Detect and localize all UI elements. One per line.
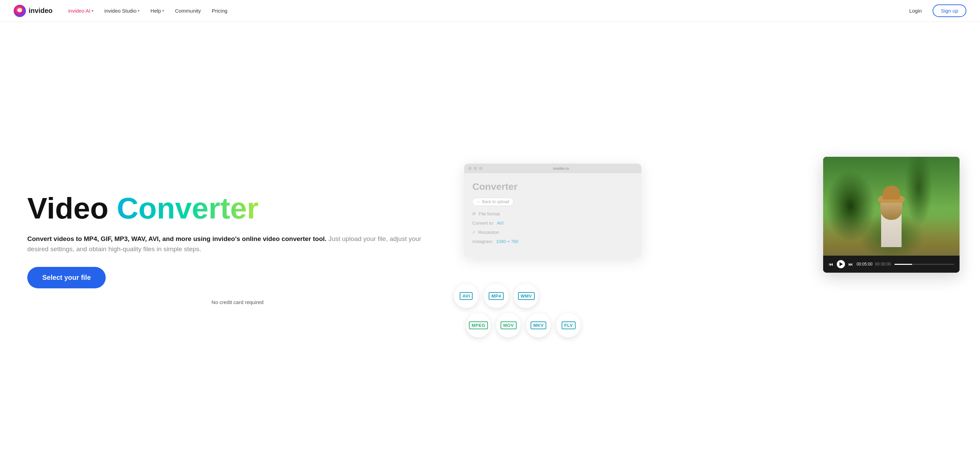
- hero-section: Video Converter Convert videos to MP4, G…: [0, 22, 980, 469]
- badge-mov: MOV: [496, 313, 521, 337]
- hero-title: Video Converter: [27, 192, 444, 224]
- title-gradient: Converter: [117, 191, 258, 225]
- person-silhouette: [871, 188, 912, 256]
- logo-icon: [14, 5, 26, 17]
- card-instagram-row: Instagram: 1080 × 760: [472, 239, 633, 244]
- video-preview: ⏮ ⏭ 00:05:00 00:30:00: [823, 157, 959, 273]
- nav-item-community[interactable]: Community: [170, 5, 205, 16]
- progress-bar-fill: [894, 264, 913, 265]
- nav-item-invideo-studio[interactable]: invideo Studio ▾: [100, 5, 144, 16]
- login-button[interactable]: Login: [904, 5, 927, 16]
- chevron-down-icon: ▾: [92, 9, 94, 13]
- title-black: Video: [27, 191, 117, 225]
- skip-forward-button[interactable]: ⏭: [848, 261, 853, 267]
- chevron-down-icon: ▾: [138, 9, 140, 13]
- select-file-button[interactable]: Select your file: [27, 267, 106, 288]
- time-current: 00:05:00: [857, 262, 873, 267]
- resolution-icon: ⤢: [472, 230, 475, 234]
- progress-bar[interactable]: [894, 264, 954, 265]
- logo[interactable]: invideo: [14, 5, 52, 17]
- format-badges: AVI MP4 WMV MPEG MOV MKV: [454, 284, 581, 337]
- badges-row-1: AVI MP4 WMV: [454, 284, 581, 308]
- time-display: 00:05:00 00:30:00: [857, 262, 891, 267]
- card-converter-title: Converter: [472, 181, 633, 192]
- signup-button[interactable]: Sign up: [932, 5, 966, 17]
- play-button[interactable]: [837, 260, 845, 268]
- svg-point-2: [20, 8, 22, 10]
- card-content: Converter ← Back to upload ⟳ File format…: [469, 177, 636, 252]
- play-icon: [840, 262, 843, 266]
- navbar: invideo invideo AI ▾ invideo Studio ▾ He…: [0, 0, 980, 22]
- nav-links: invideo AI ▾ invideo Studio ▾ Help ▾ Com…: [64, 5, 904, 16]
- badge-mp4: MP4: [484, 284, 508, 308]
- card-dot-3: [479, 167, 482, 170]
- hero-left: Video Converter Convert videos to MP4, G…: [27, 192, 444, 305]
- time-total: 00:30:00: [875, 262, 891, 267]
- nav-item-pricing[interactable]: Pricing: [207, 5, 232, 16]
- nav-right: Login Sign up: [904, 5, 966, 17]
- no-credit-text: No credit card required: [31, 299, 444, 305]
- nav-item-help[interactable]: Help ▾: [146, 5, 169, 16]
- badge-wmv: WMV: [514, 284, 538, 308]
- logo-text: invideo: [29, 7, 52, 15]
- card-back-button[interactable]: ← Back to upload: [472, 198, 514, 206]
- badge-flv: FLV: [556, 313, 581, 337]
- badge-avi: AVI: [454, 284, 479, 308]
- hero-right: invideo.io Converter ← Back to upload ⟳ …: [444, 157, 953, 341]
- skip-back-button[interactable]: ⏮: [829, 261, 834, 267]
- card-file-format-row: ⟳ File format: [472, 211, 633, 216]
- card-dot-1: [468, 167, 472, 170]
- badges-row-2: MPEG MOV MKV FLV: [454, 313, 581, 337]
- video-controls: ⏮ ⏭ 00:05:00 00:30:00: [823, 256, 959, 273]
- card-resolution-row: ⤢ Resolution: [472, 230, 633, 235]
- badge-mpeg: MPEG: [466, 313, 491, 337]
- chevron-down-icon: ▾: [162, 9, 164, 13]
- card-url: invideo.io: [485, 166, 637, 170]
- converter-card: invideo.io Converter ← Back to upload ⟳ …: [464, 164, 641, 258]
- badge-mkv: MKV: [526, 313, 551, 337]
- file-format-icon: ⟳: [472, 211, 476, 216]
- hero-desc-bold: Convert videos to MP4, GIF, MP3, WAV, AV…: [27, 234, 444, 254]
- nav-item-invideo-ai[interactable]: invideo AI ▾: [64, 5, 98, 16]
- video-thumbnail: [823, 157, 959, 256]
- card-convert-to-row: Convert to: AVI: [472, 221, 633, 226]
- card-dot-2: [474, 167, 477, 170]
- card-topbar: invideo.io: [464, 164, 641, 173]
